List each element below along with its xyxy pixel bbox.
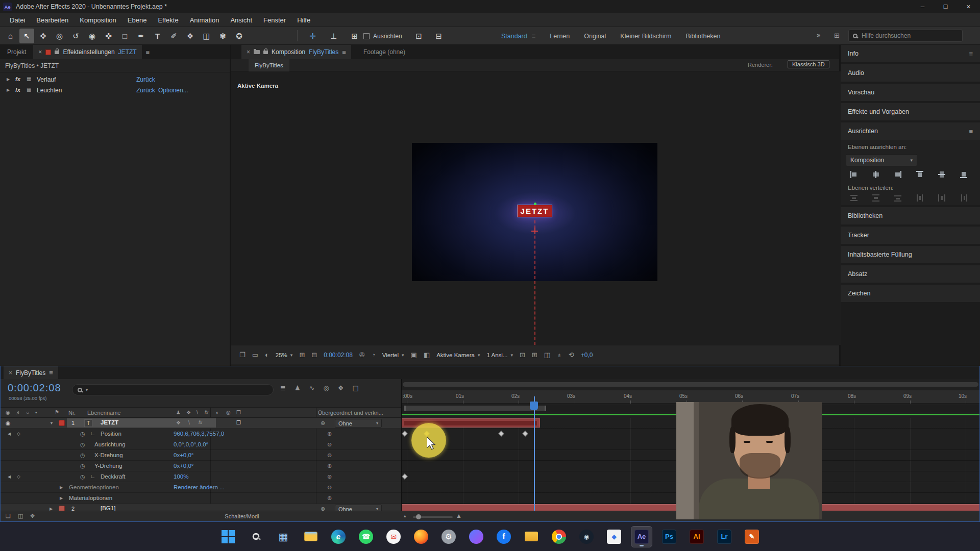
edge-icon[interactable]: e [328, 527, 349, 547]
timeline-navigator[interactable] [403, 382, 978, 387]
show-snapshot-icon[interactable]: ◔ [372, 351, 376, 359]
fast-preview-icon[interactable]: ⟲ [569, 351, 574, 359]
stopwatch-icon[interactable]: ◷ [80, 452, 85, 459]
steam-icon[interactable]: ◉ [576, 527, 597, 547]
region-icon[interactable]: ⊟ [311, 351, 317, 359]
folder-icon[interactable] [521, 527, 542, 547]
prop-row-y-drehung[interactable]: ◷ Y-Drehung 0x+0,0° ⊚ [1, 461, 401, 471]
col-nr[interactable]: Nr. [68, 410, 76, 416]
position-value[interactable]: 960,6,706,3,7557,0 [174, 431, 224, 437]
zoom-out-mountain-icon[interactable]: ▴ [404, 513, 406, 518]
stopwatch-icon[interactable]: ◷ [80, 463, 85, 469]
pickwhip-icon[interactable]: ⊚ [327, 484, 332, 491]
parent-dropdown[interactable]: Ohne ▾ [335, 505, 382, 511]
tab-footage[interactable]: Footage (ohne) [363, 48, 405, 56]
grid-options-icon[interactable]: ⊟ [431, 29, 446, 43]
panel-header-absatz[interactable]: Absatz [841, 265, 980, 283]
timeline-zoom-slider[interactable] [413, 516, 453, 518]
fx-icon[interactable]: fx [205, 410, 208, 415]
close-icon[interactable]: × [247, 48, 250, 56]
twirl-icon[interactable]: ▶ [7, 77, 10, 82]
views-dropdown[interactable]: 1 Ansi... ▾ [487, 352, 513, 358]
resolution-dropdown[interactable]: Viertel ▾ [382, 352, 404, 358]
workspace-kleiner-bildschirm[interactable]: Kleiner Bildschirm [620, 33, 671, 40]
chevron-down-icon[interactable]: ▾ [86, 388, 88, 392]
menu-hilfe[interactable]: Hilfe [291, 13, 316, 27]
shy-icon[interactable]: ♟ [176, 410, 181, 415]
menu-datei[interactable]: Datei [4, 13, 31, 27]
chrome-icon[interactable] [549, 527, 569, 547]
selection-tool-icon[interactable]: ↖ [19, 29, 34, 43]
parent-dropdown[interactable]: Ohne ▾ [335, 419, 382, 428]
prop-row-x-drehung[interactable]: ◷ X-Drehung 0x+0,0° ⊚ [1, 450, 401, 461]
layer-row-bg1[interactable]: ▶ 2 [BG1] ⊚ Ohne ▾ [1, 504, 401, 511]
minimize-button[interactable]: ─ [911, 0, 934, 13]
y-rotation-value[interactable]: 0x+0,0° [174, 463, 193, 469]
exposure-value[interactable]: +0,0 [581, 352, 593, 359]
pickwhip-icon[interactable]: ⊚ [327, 441, 332, 448]
panel-menu-icon[interactable]: ≡ [969, 50, 973, 58]
workspace-lernen[interactable]: Lernen [550, 33, 570, 40]
pickwhip-icon[interactable]: ⊚ [327, 463, 332, 469]
panel-header-zeichen[interactable]: Zeichen [841, 285, 980, 302]
panel-menu-icon[interactable]: ≡ [969, 128, 973, 135]
label-flag-icon[interactable]: ⚑ [55, 409, 59, 415]
tab-komposition[interactable]: × Komposition FlyByTitles ≡ [241, 45, 351, 59]
col-parent[interactable]: Übergeordnet und verkn... [318, 410, 383, 416]
distribute-left-icon[interactable] [916, 194, 924, 202]
help-search-input[interactable] [862, 32, 948, 39]
zoom-in-mountain-icon[interactable]: ▲ [456, 512, 462, 519]
lightroom-icon[interactable]: Lr [714, 527, 734, 547]
checkbox-icon[interactable] [363, 33, 370, 39]
x-rotation-value[interactable]: 0x+0,0° [174, 452, 193, 458]
taskbar-search[interactable] [246, 527, 266, 547]
shape-tool-icon[interactable]: □ [117, 29, 132, 43]
distribute-vertical-icon[interactable] [872, 194, 880, 202]
zoom-dropdown[interactable]: 25% ▾ [276, 352, 293, 358]
expand-switches-icon[interactable]: ❏ [6, 513, 11, 519]
illustrator-icon[interactable]: Ai [687, 527, 707, 547]
photoshop-icon[interactable]: Ps [659, 527, 679, 547]
close-icon[interactable]: × [9, 369, 12, 377]
pickwhip-icon[interactable]: ⊚ [327, 473, 332, 480]
pan-behind-tool-icon[interactable]: ✜ [101, 29, 116, 43]
help-search[interactable] [848, 30, 963, 42]
frame-blend-icon[interactable]: ∿ [309, 384, 315, 392]
task-view-button[interactable]: ▦ [273, 527, 293, 547]
viewer-tab[interactable]: FlyByTitles [249, 59, 289, 71]
workspace-original[interactable]: Original [584, 33, 606, 40]
effect-name[interactable]: Verlauf [37, 76, 56, 83]
effect-name[interactable]: Leuchten [37, 87, 62, 94]
col-ebenenname[interactable]: Ebenenname [87, 410, 120, 416]
rotate-tool-icon[interactable]: ↺ [68, 29, 83, 43]
facebook-icon[interactable]: f [494, 527, 514, 547]
timeline-search[interactable]: ▾ [72, 384, 274, 395]
comp-timecode[interactable]: 0:00:02:08 [324, 352, 353, 359]
align-to-dropdown[interactable]: Komposition ▾ [846, 154, 917, 166]
maximize-button[interactable]: ☐ [934, 0, 957, 13]
twirl-icon[interactable]: ▶ [7, 88, 10, 92]
lock-icon[interactable]: ▪ [35, 410, 37, 415]
snap-checkbox[interactable]: Ausrichten [363, 27, 402, 45]
prop-row-ausrichtung[interactable]: ◷ Ausrichtung 0,0°,0,0°,0,0° ⊚ [1, 439, 401, 450]
app-blue-icon[interactable]: ◆ [604, 527, 624, 547]
shy-icon[interactable]: ♟ [295, 384, 301, 392]
puppet-tool-icon[interactable]: ✪ [232, 29, 247, 43]
cti-handle[interactable] [530, 402, 538, 410]
pen-app-icon[interactable]: ✎ [742, 527, 762, 547]
adjustment-icon[interactable]: ◐ [216, 410, 219, 415]
menu-animation[interactable]: Animation [184, 13, 225, 27]
camera-tool-icon[interactable]: ◉ [85, 29, 100, 43]
workspace-standard[interactable]: Standard [501, 33, 527, 40]
zoom-slider-thumb[interactable] [416, 514, 421, 519]
file-explorer-icon[interactable] [301, 527, 321, 547]
world-axis-icon[interactable]: ⊥ [326, 29, 341, 43]
switches-modes-button[interactable]: Schalter/Modi [204, 513, 280, 519]
orientation-value[interactable]: 0,0°,0,0°,0,0° [174, 441, 208, 447]
menu-effekte[interactable]: Effekte [152, 13, 184, 27]
timeline-tab[interactable]: × FlyByTitles ≡ [4, 366, 58, 379]
reset-link[interactable]: Zurück [136, 76, 155, 83]
menu-ebene[interactable]: Ebene [122, 13, 153, 27]
aspect-icon[interactable]: ♁ [557, 351, 562, 359]
mask-icon[interactable]: ◫ [544, 351, 550, 359]
